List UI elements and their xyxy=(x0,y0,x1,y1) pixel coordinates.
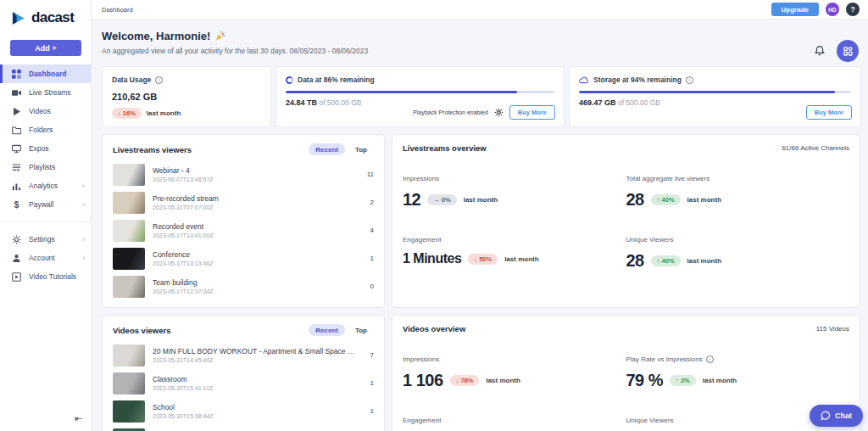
sidebar-item-label: Folders xyxy=(29,126,53,134)
data-total-label: of 500.00 GB xyxy=(319,98,361,107)
video-tutorial-icon xyxy=(12,272,21,282)
help-button[interactable]: ? xyxy=(846,3,860,16)
livestreams-viewers-tabs: Recent Top xyxy=(309,143,374,155)
video-title: Classroom xyxy=(153,375,214,383)
sidebar-item-label: Settings xyxy=(29,235,55,243)
buy-more-button[interactable]: Buy More xyxy=(509,105,555,120)
info-icon[interactable] xyxy=(686,76,693,84)
sidebar-item-label: Analytics xyxy=(29,182,58,190)
list-item[interactable]: Team building2023-05-17T12:37:34Z 0 xyxy=(113,272,374,300)
user-avatar[interactable]: HD xyxy=(826,3,839,16)
metric-play-rate: Play Rate vs Impressions 79 % ↑ 2% last … xyxy=(626,355,850,390)
data-used-value: 24.84 TB xyxy=(286,98,317,107)
list-item[interactable]: Q&A 1 xyxy=(113,425,374,431)
chevron-icon: › xyxy=(82,200,85,209)
tab-top[interactable]: Top xyxy=(348,324,374,336)
storage-total-label: of 500.00 GB xyxy=(618,98,660,107)
sidebar-item-live-streams[interactable]: Live Streams xyxy=(0,83,91,102)
play-icon xyxy=(12,107,21,116)
tab-top[interactable]: Top xyxy=(348,143,374,155)
dacast-logo[interactable]: dacast xyxy=(0,0,91,35)
trend-badge: ↑ 2% xyxy=(670,375,696,386)
sidebar-item-videos[interactable]: Videos xyxy=(0,102,91,120)
panel-title: Livestreams viewers xyxy=(113,145,192,154)
video-thumbnail xyxy=(113,428,145,431)
video-timestamp: 2023-05-30T15:38:44Z xyxy=(153,413,214,419)
apps-grid-button[interactable] xyxy=(837,40,859,62)
page-title: Welcome, Harmonie! xyxy=(102,30,859,42)
sidebar-item-analytics[interactable]: Analytics › xyxy=(0,176,91,195)
metric-label: Impressions xyxy=(403,175,626,182)
sidebar-secondary-menu: Settings › Account › Video Tutorials xyxy=(0,230,91,286)
list-item[interactable]: 20 MIN FULL BODY WORKOUT - Apartment & S… xyxy=(113,341,374,369)
sidebar-item-label: Video Tutorials xyxy=(29,272,76,281)
viewer-count: 1 xyxy=(365,407,374,415)
sidebar-item-video-tutorials[interactable]: Video Tutorials xyxy=(0,267,91,286)
list-item[interactable]: Classroom2023-05-30T15:41:10Z 1 xyxy=(113,369,374,397)
sidebar-item-playlists[interactable]: Playlists xyxy=(0,158,91,176)
chevron-icon: › xyxy=(82,254,85,262)
data-progress-bar xyxy=(286,91,554,93)
sidebar-item-label: Videos xyxy=(29,107,51,115)
stream-title: Team building xyxy=(153,278,214,287)
dollar-icon: $ xyxy=(12,200,21,210)
panel-title: Livestreams overview xyxy=(403,143,487,153)
video-thumbnail xyxy=(113,344,145,367)
sidebar-item-dashboard[interactable]: Dashboard xyxy=(0,64,91,83)
upgrade-button[interactable]: Upgrade xyxy=(771,3,819,16)
data-usage-card: Data Usage 210,62 GB ↓ 16% last month xyxy=(102,66,271,127)
video-camera-icon xyxy=(12,88,21,98)
data-usage-value: 210,62 GB xyxy=(112,92,261,102)
list-item[interactable]: Pre-recorded stream2023-05-31T07:07:00Z … xyxy=(113,188,374,216)
tab-recent[interactable]: Recent xyxy=(309,324,345,336)
stream-timestamp: 2023-05-17T13:41:00Z xyxy=(153,232,214,238)
metric-label: Play Rate vs Impressions xyxy=(626,355,850,363)
video-thumbnail xyxy=(113,400,145,423)
list-item[interactable]: Recorded event2023-05-17T13:41:00Z 4 xyxy=(113,216,374,244)
playback-protection-label: Playback Protection enabled xyxy=(413,109,488,115)
badge-note: last month xyxy=(504,255,538,263)
info-icon[interactable] xyxy=(155,76,163,84)
add-button[interactable]: Add + xyxy=(10,40,81,56)
stream-title: Pre-recorded stream xyxy=(153,194,219,203)
sidebar-item-expos[interactable]: Expos xyxy=(0,139,91,158)
info-icon[interactable] xyxy=(706,355,714,363)
sidebar-collapse-button[interactable]: ⇤ xyxy=(75,413,82,424)
sidebar-item-label: Playlists xyxy=(29,163,55,171)
person-icon xyxy=(12,254,21,263)
stream-thumbnail xyxy=(113,192,145,214)
sidebar-item-settings[interactable]: Settings › xyxy=(0,230,91,249)
livestreams-viewers-list: Webinar - 42023-06-07T13:48:57Z 11 Pre-r… xyxy=(113,160,374,300)
sidebar-menu: Dashboard Live Streams Videos Folders Ex… xyxy=(0,64,91,214)
tab-recent[interactable]: Recent xyxy=(309,143,345,155)
trend-badge: ↓ 16% xyxy=(112,108,142,119)
sidebar-item-folders[interactable]: Folders xyxy=(0,120,91,139)
metric-total-live-viewers: Total aggregate live viewers 28 ↑ 40% la… xyxy=(626,175,850,210)
metric-value: 1 Minutes xyxy=(403,251,461,266)
quick-actions xyxy=(814,40,859,62)
video-timestamp: 2023-05-30T15:41:10Z xyxy=(153,385,214,391)
chat-button[interactable]: Chat xyxy=(810,405,863,427)
buy-more-button[interactable]: Buy More xyxy=(806,105,852,120)
sidebar-item-account[interactable]: Account › xyxy=(0,249,91,267)
video-title: School xyxy=(153,403,214,411)
stream-thumbnail xyxy=(113,248,145,270)
metric-unique-viewers: Unique Viewers 28 ↑ 40% last month xyxy=(626,236,850,271)
list-item[interactable]: Webinar - 42023-06-07T13:48:57Z 11 xyxy=(113,160,374,188)
sidebar-item-label: Live Streams xyxy=(29,88,71,97)
video-thumbnail xyxy=(113,372,145,395)
stream-title: Recorded event xyxy=(153,222,214,231)
viewer-count: 7 xyxy=(365,351,374,359)
list-item[interactable]: Conference2023-05-17T13:13:46Z 1 xyxy=(113,244,374,272)
videos-count-label: 115 Videos xyxy=(816,325,849,333)
notification-bell-icon[interactable] xyxy=(814,45,826,57)
gear-icon[interactable] xyxy=(494,108,504,117)
gear-icon xyxy=(12,235,21,244)
data-donut-icon xyxy=(286,76,293,84)
sidebar-item-label: Account xyxy=(29,254,55,262)
sidebar-item-paywall[interactable]: $ Paywall › xyxy=(0,195,91,214)
videos-metrics: Impressions 1 106 ↓ 78% last month Play … xyxy=(403,355,849,424)
trend-badge: ↓ 50% xyxy=(468,254,498,265)
list-item[interactable]: School2023-05-30T15:38:44Z 1 xyxy=(113,397,374,425)
livestreams-viewers-panel: Livestreams viewers Recent Top Webinar -… xyxy=(102,134,385,308)
